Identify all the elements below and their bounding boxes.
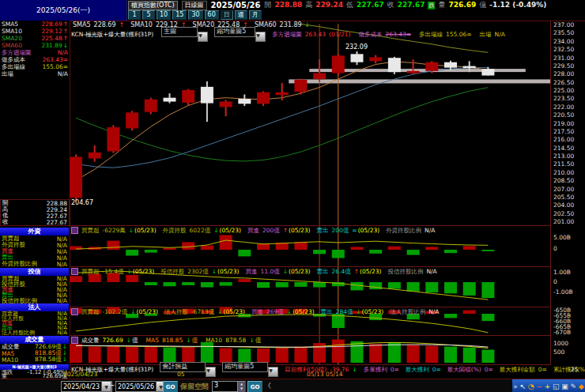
price-tick: 219.00 — [553, 120, 574, 127]
period-button-10[interactable]: 10 — [157, 10, 171, 20]
left-sidebar: SMA5228.69↑SMA10229.12↑SMA20225.48↑SMA60… — [0, 21, 70, 378]
strategy-axis-label: -25 — [568, 366, 578, 373]
text-span: ↓ — [283, 268, 288, 275]
go-button-2[interactable]: GO — [247, 381, 262, 392]
instrument-chip[interactable]: 櫃買指數(OTC) — [128, 1, 178, 10]
text-span: ↓ — [126, 337, 131, 344]
chart-type-chip[interactable]: 日線圖 — [182, 1, 207, 10]
main-chart-dropdown[interactable]: 主圖▼ — [161, 27, 208, 42]
foreign-panel-header: 買賣超-6229萬↓(05/23)外資持股6022億↓(05/23)買進200億… — [71, 227, 438, 234]
text-span: 818.85 — [162, 337, 183, 344]
text-span: (05/23) — [358, 227, 379, 234]
row-label: 外資持股比例 — [2, 260, 37, 268]
chevron-down-icon[interactable]: ▼ — [255, 32, 266, 42]
reserve-space-input[interactable]: 3 — [212, 381, 239, 392]
period-button-週[interactable]: 週 — [235, 10, 247, 20]
window-date-label: 2025/05/26(一) — [36, 6, 90, 16]
zoom-in-icon[interactable]: + — [545, 383, 551, 390]
row-label: 出場 — [2, 70, 13, 78]
text-span: ↓ — [352, 366, 357, 373]
row-label: MA10 — [2, 356, 18, 364]
sidebar-row: 出場N/A — [0, 70, 70, 77]
date-tick: 05/13 — [307, 371, 324, 378]
row-value: 231.89↓ — [41, 42, 68, 49]
sidebar-sma-block: SMA5228.69↑SMA10229.12↑SMA20225.48↑SMA60… — [0, 21, 70, 77]
text-span: ↓ — [186, 337, 191, 344]
panel-axis-tick: -670B — [553, 329, 571, 336]
alert-icon[interactable]: ◆ — [579, 383, 584, 390]
draw-icon[interactable]: ✎ — [570, 383, 576, 390]
row-value: N/A — [58, 70, 68, 77]
go-button[interactable]: GO — [163, 381, 178, 392]
text-span: -6713億 — [191, 308, 214, 316]
avg-volume-dropdown[interactable]: 縮均量圖5▼ — [214, 27, 266, 42]
text-span: 買賣超 — [81, 308, 100, 316]
text-span: 法人持股比例 — [390, 308, 425, 316]
text-span: 億 — [255, 337, 262, 345]
end-date-input[interactable]: 2025/05/26▼ — [115, 381, 167, 392]
panel-axis-tick: 0 — [553, 245, 557, 252]
cursor-icon[interactable]: ↖ — [520, 383, 526, 390]
price-tick: 220.50 — [553, 111, 574, 119]
row-label: SMA10 — [2, 28, 22, 35]
text-span: 227.67 — [398, 1, 425, 9]
period-button-日[interactable]: 日 — [221, 10, 233, 20]
start-date-value[interactable]: 2025/04/23 — [62, 383, 101, 390]
period-button-30[interactable]: 30 — [188, 10, 202, 20]
price-tick: 231.00 — [553, 55, 574, 62]
spinner-down-icon[interactable]: ▼ — [238, 386, 245, 391]
chevron-down-icon[interactable]: ▼ — [206, 367, 216, 377]
window-icon[interactable]: ◱ — [553, 383, 560, 390]
sidebar-row: SMA10229.12↑ — [0, 28, 70, 35]
text-span: -1.12 (-0.49%) — [489, 1, 546, 9]
main-chart-dropdown-value[interactable]: 主圖 — [161, 27, 198, 37]
reserve-spinner[interactable]: ▲ ▼ — [237, 381, 246, 392]
expand-icon[interactable]: » — [513, 383, 518, 390]
row-label: SMA5 — [2, 21, 18, 28]
date-tick: 05 — [177, 371, 185, 378]
grid-icon[interactable]: ▣ — [561, 383, 568, 390]
row-value: N/A — [58, 330, 67, 336]
text-span: 億 — [132, 337, 138, 345]
row-label: 收 — [2, 218, 9, 226]
chevron-down-icon[interactable]: ▼ — [198, 32, 208, 42]
bottom-control-bar: 2025/04/23▼ ~ 2025/05/26▼ GO 保留空間 3 ▲ ▼ … — [0, 379, 585, 392]
sidebar-row: 投信持股比例N/A — [0, 298, 69, 303]
text-span: 出場 — [480, 31, 492, 39]
period-button-1[interactable]: 1 — [128, 10, 141, 20]
text-span: 開 — [265, 0, 272, 10]
sidebar-row: 外資持股比例N/A — [0, 261, 69, 267]
avg-volume-dropdown-2[interactable]: 縮均量圖5▼ — [222, 362, 278, 377]
text-span: 11.0億 — [261, 268, 280, 276]
titlebar-date: 2025/05/26 — [211, 1, 261, 9]
accounting-dropdown[interactable]: 會計損益▼ — [160, 362, 216, 377]
top-bar: 2025/05/26(一) 櫃買指數(OTC) 日線圖 2025/05/26 開… — [0, 0, 585, 21]
panel-axis-tick: -1.00B — [553, 288, 573, 296]
price-tick: 229.50 — [553, 62, 574, 70]
avg-volume-dropdown-2-value[interactable]: 縮均量圖5 — [222, 362, 268, 372]
avg-volume-dropdown-value[interactable]: 縮均量圖5 — [214, 27, 255, 37]
end-date-value[interactable]: 2025/05/26 — [116, 383, 156, 390]
text-span: 投信持股 — [160, 268, 184, 276]
clock-icon[interactable]: ◔ — [528, 383, 534, 390]
period-button-5[interactable]: 5 — [142, 10, 155, 20]
price-tick: 214.50 — [553, 145, 574, 152]
text-span: 買進 — [247, 227, 259, 235]
start-date-input[interactable]: 2025/04/23▼ — [61, 381, 112, 392]
zoom-out-icon[interactable]: − — [536, 383, 542, 390]
collapse-icon[interactable]: 《 — [264, 381, 271, 391]
text-span: 成交量 — [81, 337, 100, 345]
text-span: 賣出 — [317, 268, 329, 276]
price-tick: 228.00 — [553, 70, 574, 77]
period-button-60[interactable]: 60 — [205, 10, 219, 20]
text-span: 200億 — [262, 227, 280, 235]
period-button-15[interactable]: 15 — [172, 10, 187, 20]
sidebar-row: SMA20225.48↑ — [0, 35, 70, 42]
price-tick: 210.00 — [553, 169, 574, 176]
text-span: N/A — [428, 308, 439, 315]
text-span: 200億 — [332, 227, 349, 235]
period-button-月[interactable]: 月 — [249, 10, 262, 20]
text-span: 法人持股 — [164, 308, 188, 316]
chevron-down-icon[interactable]: ▼ — [268, 367, 278, 377]
sidebar-section-3: 成交量成交量726.69億↓MA5818.85億↓MA10878.58億↓ — [0, 336, 69, 363]
